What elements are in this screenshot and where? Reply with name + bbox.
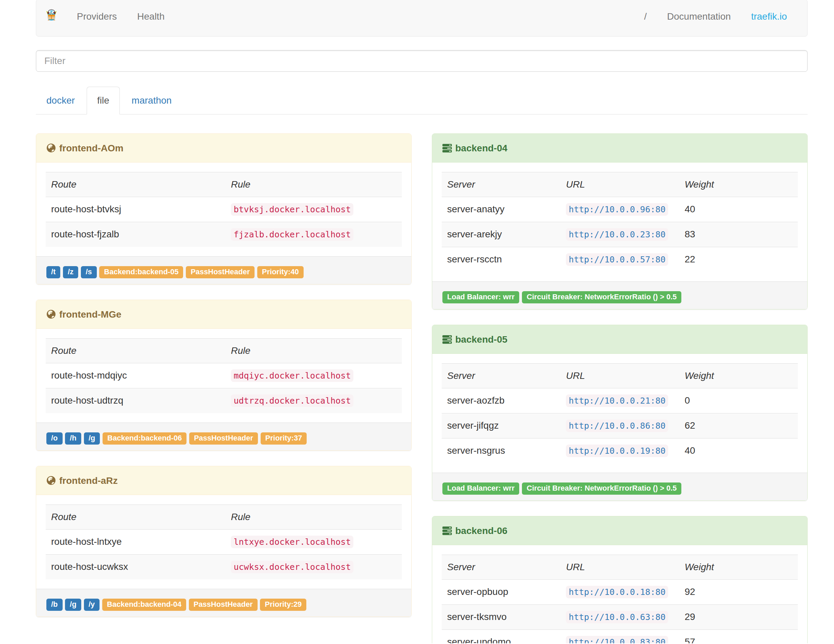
backend-panel-05: backend-05 Server URL Weight: [432, 325, 808, 501]
tab-marathon[interactable]: marathon: [121, 87, 183, 114]
server-url-link[interactable]: http://10.0.0.96:80: [569, 204, 666, 214]
entrypoint-badge: /g: [65, 599, 81, 611]
server-url-code: http://10.0.0.63:80: [566, 611, 668, 623]
server-url-code: http://10.0.0.18:80: [566, 586, 668, 598]
backend-panel-heading: backend-05: [432, 325, 807, 354]
server-row: server-tksmvo http://10.0.0.63:80 29: [442, 604, 798, 629]
server-weight: 29: [679, 604, 798, 629]
nav-item-documentation[interactable]: Documentation: [657, 0, 741, 34]
route-rule: udtrzq.docker.localhost: [231, 395, 353, 407]
rule-column-header: Rule: [225, 172, 402, 197]
navbar: Providers Health / Documentation traefik…: [36, 0, 808, 37]
frontend-panel-body: Route Rule route-host-mdqiyc mdqiyc.dock…: [36, 329, 411, 422]
route-rule-cell: fjzalb.docker.localhost: [225, 222, 402, 247]
backend-badge: Backend:backend-06: [103, 432, 186, 445]
server-url-link[interactable]: http://10.0.0.63:80: [569, 612, 666, 622]
server-url-link[interactable]: http://10.0.0.83:80: [569, 637, 666, 643]
server-url-link[interactable]: http://10.0.0.86:80: [569, 421, 666, 431]
server-weight: 83: [679, 222, 798, 247]
routes-table: Route Rule route-host-mdqiyc mdqiyc.dock…: [46, 338, 402, 413]
backend-panel-body: Server URL Weight server-opbuop http://1…: [432, 545, 807, 643]
servers-table: Server URL Weight server-aozfzb http://1…: [442, 363, 798, 463]
server-weight: 40: [679, 197, 798, 222]
servers-table: Server URL Weight server-opbuop http://1…: [442, 555, 798, 643]
route-rule-cell: mdqiyc.docker.localhost: [225, 363, 402, 388]
filter-input[interactable]: [36, 50, 808, 72]
frontend-panel-footer: /t /z /s Backend:backend-05 PassHostHead…: [36, 256, 411, 284]
server-url-link[interactable]: http://10.0.0.21:80: [569, 396, 666, 406]
server-url-code: http://10.0.0.23:80: [566, 228, 668, 241]
frontend-panel-heading: frontend-MGe: [36, 300, 411, 329]
route-column-header: Route: [46, 172, 225, 197]
server-row: server-updomo http://10.0.0.83:80 57: [442, 629, 798, 643]
entrypoint-badge: /y: [84, 599, 100, 611]
route-rule-cell: udtrzq.docker.localhost: [225, 388, 402, 413]
entrypoint-badge: /s: [81, 266, 97, 278]
server-weight: 92: [679, 579, 798, 604]
nav-item: traefik.io: [741, 0, 797, 36]
servers-table: Server URL Weight server-anatyy http://1…: [442, 172, 798, 272]
server-url-cell: http://10.0.0.96:80: [561, 197, 679, 222]
load-balancer-badge: Load Balancer: wrr: [442, 482, 519, 495]
traefik-gopher-logo-icon: [46, 9, 57, 21]
filter-wrap: [36, 50, 808, 72]
nav-item: Health: [127, 0, 175, 36]
server-url-cell: http://10.0.0.83:80: [561, 629, 679, 643]
passhostheader-badge: PassHostHeader: [189, 432, 258, 445]
load-balancer-badge: Load Balancer: wrr: [442, 291, 519, 303]
url-column-header: URL: [561, 172, 679, 197]
route-name: route-host-lntxye: [46, 529, 225, 554]
server-row: server-opbuop http://10.0.0.18:80 92: [442, 579, 798, 604]
server-url-link[interactable]: http://10.0.0.57:80: [569, 255, 666, 264]
globe-icon: [46, 476, 56, 485]
server-url-code: http://10.0.0.57:80: [566, 253, 668, 266]
nav-item-path[interactable]: /: [634, 0, 657, 34]
route-name: route-host-mdqiyc: [46, 363, 225, 388]
rule-column-header: Rule: [225, 338, 402, 363]
server-icon: [442, 526, 452, 535]
server-url-link[interactable]: http://10.0.0.19:80: [569, 446, 666, 456]
main-container: docker file marathon: [36, 50, 808, 643]
nav-item-providers[interactable]: Providers: [67, 0, 127, 34]
servers-table-header-row: Server URL Weight: [442, 172, 798, 197]
route-rule: mdqiyc.docker.localhost: [231, 369, 353, 382]
entrypoint-badge: /h: [65, 432, 81, 445]
server-url-link[interactable]: http://10.0.0.23:80: [569, 230, 666, 239]
frontend-panel-title: frontend-MGe: [59, 309, 121, 320]
priority-badge: Priority:29: [260, 599, 306, 611]
route-row: route-host-ucwksx ucwksx.docker.localhos…: [46, 554, 402, 579]
server-url-cell: http://10.0.0.57:80: [561, 247, 679, 272]
server-icon: [442, 144, 452, 153]
server-url-link[interactable]: http://10.0.0.18:80: [569, 587, 666, 597]
frontend-panel-heading: frontend-aRz: [36, 466, 411, 495]
tab-file[interactable]: file: [87, 87, 121, 114]
server-row: server-rscctn http://10.0.0.57:80 22: [442, 247, 798, 272]
frontend-panel-footer: /o /h /g Backend:backend-06 PassHostHead…: [36, 422, 411, 450]
server-url-code: http://10.0.0.96:80: [566, 203, 668, 216]
tab-docker[interactable]: docker: [36, 87, 87, 114]
frontend-panel-MGe: frontend-MGe Route Rule route-host-mdqiy…: [36, 299, 412, 451]
frontend-panel-aRz: frontend-aRz Route Rule route-host-lntxy…: [36, 466, 412, 617]
circuit-breaker-badge: Circuit Breaker: NetworkErrorRatio () > …: [522, 482, 681, 495]
circuit-breaker-badge: Circuit Breaker: NetworkErrorRatio () > …: [522, 291, 681, 303]
brand-link[interactable]: [46, 0, 67, 36]
server-url-code: http://10.0.0.83:80: [566, 636, 668, 643]
priority-badge: Priority:37: [260, 432, 307, 445]
weight-column-header: Weight: [679, 172, 798, 197]
backend-panel-footer: Load Balancer: wrr Circuit Breaker: Netw…: [432, 282, 807, 309]
route-rule: ucwksx.docker.localhost: [231, 561, 353, 573]
passhostheader-badge: PassHostHeader: [189, 599, 258, 611]
nav-item-traefik-io[interactable]: traefik.io: [741, 0, 797, 34]
backend-panel-title: backend-04: [455, 143, 508, 154]
routes-table-header-row: Route Rule: [46, 338, 402, 363]
frontend-panel-body: Route Rule route-host-btvksj btvksj.dock…: [36, 162, 411, 256]
route-rule: fjzalb.docker.localhost: [231, 228, 353, 241]
server-row: server-anatyy http://10.0.0.96:80 40: [442, 197, 798, 222]
passhostheader-badge: PassHostHeader: [186, 266, 255, 278]
server-url-code: http://10.0.0.19:80: [566, 445, 668, 457]
route-row: route-host-lntxye lntxye.docker.localhos…: [46, 529, 402, 554]
globe-icon: [46, 309, 56, 319]
server-weight: 22: [679, 247, 798, 272]
backend-panel-title: backend-06: [455, 526, 508, 536]
nav-item-health[interactable]: Health: [127, 0, 175, 34]
